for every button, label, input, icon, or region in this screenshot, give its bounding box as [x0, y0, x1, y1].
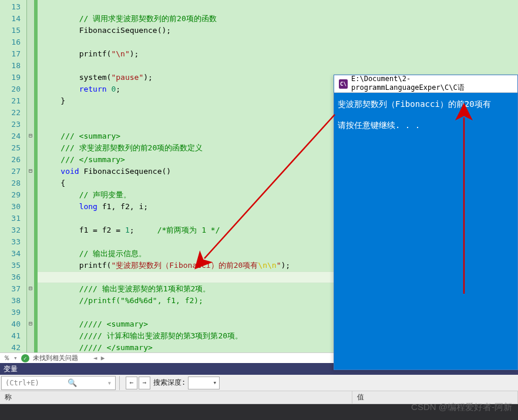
- search-icon[interactable]: 🔍: [68, 378, 77, 387]
- column-name[interactable]: 称: [0, 391, 352, 404]
- panel-search-row: (Ctrl+E) 🔍 ▾ ← → 搜索深度: ▾: [0, 375, 518, 391]
- code-line[interactable]: [38, 60, 518, 72]
- search-input[interactable]: (Ctrl+E) 🔍 ▾: [1, 376, 116, 390]
- fold-toggle-icon[interactable]: ⊟: [27, 166, 34, 177]
- console-window[interactable]: C\ E:\Document\2-programmLanguageExper\C…: [334, 75, 518, 370]
- code-line[interactable]: // 调用求斐波那契数列的前20项的函数: [38, 13, 518, 25]
- search-placeholder: (Ctrl+E): [5, 379, 39, 387]
- console-line: 斐波那契数列（Fibonacci）的前20项有: [338, 98, 514, 110]
- console-titlebar[interactable]: C\ E:\Document\2-programmLanguageExper\C…: [334, 75, 517, 93]
- fold-toggle-icon[interactable]: ⊟: [27, 318, 34, 330]
- variables-panel[interactable]: 变量 (Ctrl+E) 🔍 ▾ ← → 搜索深度: ▾ 称 值: [0, 363, 518, 420]
- console-output[interactable]: 斐波那契数列（Fibonacci）的前20项有 请按任意键继续. . .: [334, 93, 517, 137]
- issues-status[interactable]: 未找到相关问题: [33, 354, 78, 362]
- nav-next-button[interactable]: →: [139, 377, 150, 389]
- console-app-icon: C\: [339, 79, 348, 89]
- code-line[interactable]: printf("\n");: [38, 48, 518, 60]
- horizontal-scroll-icon[interactable]: ◄ ▶: [93, 354, 105, 362]
- line-number-gutter: 13 14 15 16 17 18 19 20 21 22 23 24 25 2…: [0, 0, 27, 352]
- nav-prev-button[interactable]: ←: [126, 377, 137, 389]
- console-line: 请按任意键继续. . .: [338, 119, 514, 132]
- code-line[interactable]: FibonacciSequence();: [38, 25, 518, 36]
- code-line[interactable]: [38, 1, 518, 13]
- code-line[interactable]: [38, 36, 518, 48]
- fold-toggle-icon[interactable]: ⊟: [27, 130, 34, 142]
- zoom-indicator[interactable]: ％: [4, 354, 10, 362]
- fold-toggle-icon[interactable]: ⊟: [27, 283, 34, 295]
- console-title-text: E:\Document\2-programmLanguageExper\C\C语: [351, 75, 513, 93]
- fold-gutter: ⊟ ⊟ ⊟ ⊟: [27, 0, 35, 352]
- search-depth-select[interactable]: ▾: [188, 377, 220, 389]
- search-depth-label: 搜索深度:: [153, 378, 186, 388]
- panel-columns-header: 称 值: [0, 391, 518, 404]
- check-icon: ✓: [21, 354, 29, 362]
- column-value[interactable]: 值: [352, 391, 518, 404]
